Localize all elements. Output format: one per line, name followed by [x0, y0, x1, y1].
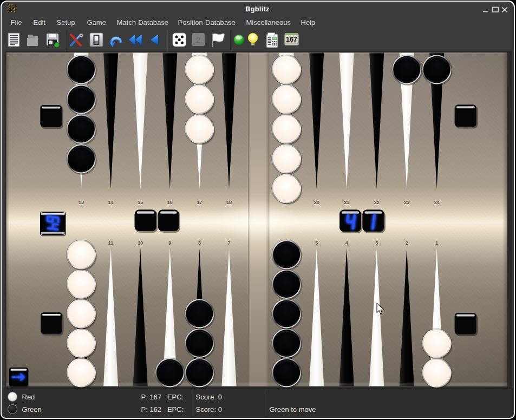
svg-text:23: 23 — [404, 200, 409, 205]
svg-text:16: 16 — [167, 200, 172, 205]
svg-text:167: 167 — [286, 35, 297, 43]
svg-text:13: 13 — [78, 200, 83, 205]
svg-text:21: 21 — [344, 200, 349, 205]
svg-text:22: 22 — [374, 200, 379, 205]
svg-text:24: 24 — [434, 200, 439, 205]
svg-text:10: 10 — [138, 240, 143, 245]
svg-text:7: 7 — [227, 240, 230, 245]
svg-text:3: 3 — [375, 240, 378, 245]
svg-text:20: 20 — [313, 200, 319, 205]
svg-text:2: 2 — [405, 240, 408, 245]
svg-text:15: 15 — [138, 200, 143, 205]
svg-text:11: 11 — [108, 240, 113, 245]
svg-text:5: 5 — [315, 240, 318, 245]
svg-text:4: 4 — [345, 240, 348, 245]
svg-text:2: 2 — [196, 35, 200, 44]
svg-text:8: 8 — [198, 240, 200, 245]
svg-text:17: 17 — [197, 200, 202, 205]
svg-text:14: 14 — [108, 200, 113, 205]
svg-text:1: 1 — [435, 240, 438, 245]
svg-text:18: 18 — [226, 200, 231, 205]
svg-text:9: 9 — [168, 240, 171, 245]
